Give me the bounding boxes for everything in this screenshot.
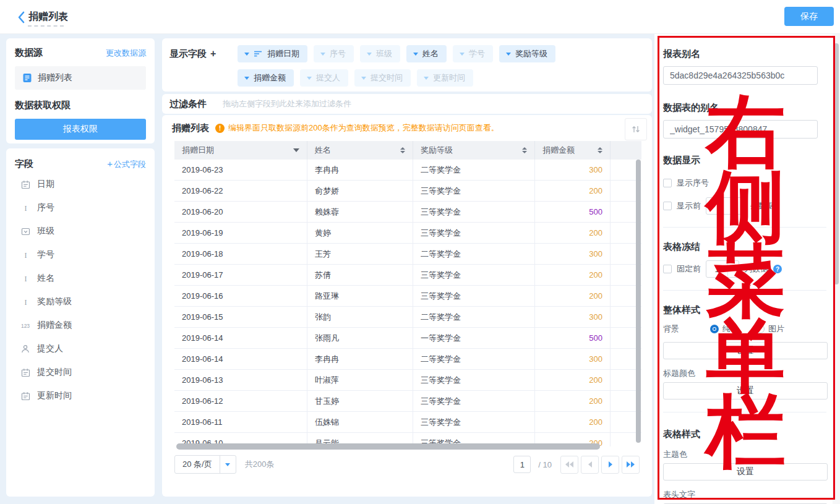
show-first-checkbox[interactable] — [663, 202, 672, 210]
cell-level: 三等奖学金 — [413, 181, 535, 201]
field-item-更新时间[interactable]: 更新时间 — [15, 387, 146, 405]
field-list: 日期I序号班级I学号I姓名I奖励等级123捐赠金额提交人提交时间更新时间 — [15, 175, 146, 405]
cell-amount: 200 — [535, 391, 611, 411]
table-row[interactable]: 2019-06-14李冉冉二等奖学金300 — [174, 349, 641, 370]
column-header-奖励等级[interactable]: 奖励等级 — [413, 141, 535, 160]
display-field-chip-捐赠金额[interactable]: 捐赠金额 — [238, 69, 294, 87]
display-field-chip-序号[interactable]: 序号 — [314, 45, 354, 62]
freeze-count-select[interactable]: 1 — [706, 260, 739, 278]
column-header-捐赠金额[interactable]: 捐赠金额 — [535, 141, 611, 160]
background-color-set-button[interactable]: 设置 — [663, 342, 828, 359]
display-field-chip-学号[interactable]: 学号 — [453, 45, 493, 62]
next-page-button[interactable] — [601, 456, 619, 474]
chevron-down-icon — [244, 53, 249, 56]
display-field-chip-捐赠日期[interactable]: 捐赠日期 — [238, 45, 307, 62]
cell-amount: 500 — [535, 202, 611, 222]
datasource-item[interactable]: 捐赠列表 — [15, 66, 146, 90]
show-first-count-input[interactable] — [706, 197, 745, 215]
theme-color-set-button[interactable]: 设置 — [663, 463, 828, 481]
field-item-奖励等级[interactable]: I奖励等级 — [15, 293, 146, 311]
sort-toggle-button[interactable] — [625, 118, 647, 140]
title-underline — [28, 25, 64, 27]
table-style-heading: 表格样式 — [663, 429, 826, 440]
report-permission-button[interactable]: 报表权限 — [15, 119, 146, 140]
table-row[interactable]: 2019-06-20赖姝蓉三等奖学金500 — [174, 202, 641, 223]
field-item-捐赠金额[interactable]: 123捐赠金额 — [15, 316, 146, 335]
table-row[interactable]: 2019-06-15张韵二等奖学金300 — [174, 307, 641, 328]
cell-amount: 300 — [535, 307, 611, 327]
back-icon[interactable] — [15, 10, 30, 25]
page-number-input[interactable] — [513, 456, 531, 473]
cell-date: 2019-06-22 — [174, 181, 307, 201]
first-page-button[interactable] — [560, 456, 578, 474]
display-field-chip-班级[interactable]: 班级 — [360, 45, 400, 62]
display-field-chip-更新时间[interactable]: 更新时间 — [417, 69, 473, 87]
column-header-捐赠日期[interactable]: 捐赠日期 — [174, 141, 307, 160]
sort-desc-icon — [254, 50, 263, 58]
table-row[interactable]: 2019-06-22俞梦娇三等奖学金200 — [174, 181, 641, 202]
field-item-提交人[interactable]: 提交人 — [15, 340, 146, 358]
vertical-scrollbar[interactable] — [636, 160, 641, 443]
table-row[interactable]: 2019-06-13叶淑萍三等奖学金200 — [174, 370, 641, 391]
field-item-姓名[interactable]: I姓名 — [15, 269, 146, 288]
chip-label: 提交时间 — [371, 72, 403, 83]
cell-name: 张韵 — [307, 307, 413, 327]
table-row[interactable]: 2019-06-11伍姝锦三等奖学金200 — [174, 412, 641, 433]
table-row[interactable]: 2019-06-12甘玉婷三等奖学金200 — [174, 391, 641, 412]
page-size-select[interactable]: 20 条/页 — [174, 455, 236, 474]
title-color-set-button[interactable]: 设置 — [663, 382, 828, 399]
filter-dropzone[interactable]: 拖动左侧字段到此处来添加过滤条件 — [223, 98, 351, 109]
change-datasource-link[interactable]: 更改数据源 — [106, 48, 146, 59]
report-alias-heading: 报表别名 — [663, 48, 826, 60]
panel-scrollbar-thumb[interactable] — [834, 43, 839, 284]
svg-text:I: I — [24, 275, 27, 283]
add-display-field-icon[interactable]: + — [210, 48, 216, 59]
field-item-班级[interactable]: 班级 — [15, 222, 146, 241]
horizontal-scrollbar[interactable] — [176, 443, 600, 450]
table-row[interactable]: 2019-06-19黄婷三等奖学金200 — [174, 223, 641, 244]
display-field-chip-奖励等级[interactable]: 奖励等级 — [499, 45, 555, 62]
field-item-序号[interactable]: I序号 — [15, 199, 146, 217]
cell-name: 叶淑萍 — [307, 370, 413, 390]
chip-label: 提交人 — [316, 72, 340, 83]
table-row[interactable]: 2019-06-17苏倩三等奖学金200 — [174, 265, 641, 286]
form-doc-icon — [22, 73, 32, 83]
save-button[interactable]: 保存 — [784, 7, 834, 26]
field-item-日期[interactable]: 日期 — [15, 175, 146, 194]
chip-row: 捐赠金额提交人提交时间更新时间 — [238, 69, 643, 87]
field-item-提交时间[interactable]: 提交时间 — [15, 363, 146, 382]
field-item-学号[interactable]: I学号 — [15, 246, 146, 264]
sort-arrows-icon[interactable] — [400, 147, 405, 153]
sorted-desc-icon[interactable] — [293, 148, 299, 152]
text-icon: I — [20, 274, 31, 283]
column-header-label: 奖励等级 — [421, 145, 453, 156]
table-row[interactable]: 2019-06-14张雨凡一等奖学金500 — [174, 328, 641, 349]
report-builder-page: 捐赠列表 保存 数据源 更改数据源 捐赠列表 数据获取权限 报表权限 字段 +公… — [0, 0, 840, 504]
help-icon[interactable]: ? — [773, 265, 782, 273]
display-field-chip-姓名[interactable]: 姓名 — [406, 45, 447, 62]
column-header-姓名[interactable]: 姓名 — [307, 141, 413, 160]
display-field-chip-提交时间[interactable]: 提交时间 — [354, 69, 411, 87]
table-row[interactable]: 2019-06-23李冉冉二等奖学金300 — [174, 160, 641, 181]
cell-name: 黄婷 — [307, 223, 413, 243]
display-field-chip-提交人[interactable]: 提交人 — [300, 69, 348, 87]
report-alias-input[interactable] — [663, 66, 818, 85]
last-page-button[interactable] — [622, 456, 640, 474]
table-row[interactable]: 2019-06-16路亚琳三等奖学金200 — [174, 286, 641, 307]
formula-field-link[interactable]: +公式字段 — [107, 158, 146, 170]
table-alias-input[interactable] — [663, 120, 818, 139]
cell-date: 2019-06-20 — [174, 202, 307, 222]
bg-solid-radio[interactable] — [710, 325, 719, 333]
chevron-down-icon — [460, 53, 465, 56]
sort-arrows-icon[interactable] — [522, 147, 527, 153]
settings-panel: 报表别名 数据表的别名 数据显示 显示序号 显示前 条数据 表格冻结 固定前 1… — [654, 34, 840, 504]
display-field-chips: 捐赠日期序号班级姓名学号奖励等级捐赠金额提交人提交时间更新时间 — [238, 45, 643, 92]
table-row[interactable]: 2019-06-18王芳二等奖学金300 — [174, 244, 641, 265]
field-item-label: 日期 — [37, 179, 54, 190]
sort-arrows-icon[interactable] — [598, 147, 602, 153]
bg-image-radio[interactable] — [756, 325, 765, 333]
cell-amount: 200 — [535, 370, 611, 390]
freeze-checkbox[interactable] — [663, 265, 672, 273]
show-index-checkbox[interactable] — [663, 179, 672, 187]
prev-page-button[interactable] — [581, 456, 599, 474]
